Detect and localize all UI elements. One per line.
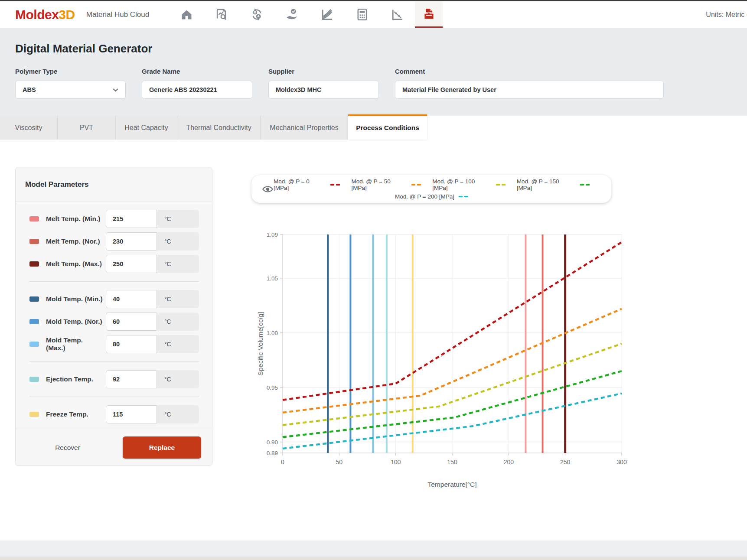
curves-chart-icon[interactable]: [310, 1, 345, 28]
parameter-label: Melt Temp. (Min.): [46, 215, 106, 223]
parameter-row: Mold Temp. (Max.)80°C: [29, 334, 199, 354]
color-swatch: [29, 377, 39, 382]
parameter-value-input[interactable]: 60: [106, 313, 157, 331]
polymer-type-field: Polymer TypeABS: [15, 68, 126, 99]
svg-text:1.00: 1.00: [267, 330, 278, 336]
material-info-form: Polymer TypeABSGrade NameGeneric ABS 202…: [15, 68, 680, 99]
group-divider: [29, 281, 199, 282]
calculator-icon[interactable]: [345, 1, 380, 28]
group-divider: [29, 397, 199, 397]
parameter-value-input[interactable]: 250: [106, 255, 157, 273]
parameter-input-group: 40°C: [106, 290, 199, 308]
parameter-label: Melt Temp. (Max.): [46, 260, 106, 268]
unit-convert-icon[interactable]: BA: [239, 1, 274, 28]
svg-text:Specific Volume[cc/g]: Specific Volume[cc/g]: [257, 312, 264, 375]
unit-label: °C: [157, 290, 199, 308]
parameter-row: Melt Temp. (Nor.)230°C: [29, 231, 199, 251]
card-footer: Recover Replace: [16, 429, 212, 466]
tab-process-conditions[interactable]: Process Conditions: [348, 114, 427, 140]
parameter-row: Mold Temp. (Nor.)60°C: [29, 312, 199, 332]
tab-viscosity[interactable]: Viscosity: [0, 116, 58, 140]
color-swatch: [29, 296, 39, 302]
parameter-input-group: 250°C: [106, 255, 199, 273]
legend-dash-marker: [459, 196, 468, 198]
unit-label: °C: [157, 405, 199, 423]
legend-item[interactable]: Mod. @ P = 200 [MPa]: [395, 193, 468, 200]
svg-text:1.09: 1.09: [267, 231, 278, 238]
comment-input[interactable]: Material File Generated by User: [395, 81, 664, 99]
svg-text:0: 0: [281, 459, 284, 466]
legend-item[interactable]: Mod. @ P = 150 [MPa]: [517, 178, 590, 191]
top-nav-bar: Moldex3D Material Hub Cloud BAMTR Units:…: [0, 0, 747, 28]
parameter-value-input[interactable]: 230: [106, 232, 157, 251]
parameter-value-input[interactable]: 40: [106, 290, 157, 308]
legend-row: Mod. @ P = 0 [MPa]Mod. @ P = 50 [MPa]Mod…: [274, 178, 590, 191]
logo-text-moldex: Moldex: [15, 7, 59, 22]
replace-button[interactable]: Replace: [123, 436, 201, 459]
legend-label: Mod. @ P = 50 [MPa]: [351, 178, 407, 191]
svg-text:100: 100: [391, 459, 401, 466]
color-swatch: [29, 412, 39, 417]
legend-dash-marker: [496, 184, 506, 186]
svg-text:A: A: [258, 14, 260, 18]
parameter-label: Mold Temp. (Max.): [46, 336, 106, 352]
svg-text:B: B: [254, 11, 256, 14]
parameter-label: Ejection Temp.: [46, 375, 106, 383]
legend-label: Mod. @ P = 150 [MPa]: [517, 178, 576, 191]
recover-button[interactable]: Recover: [42, 437, 94, 459]
grade-name-input[interactable]: Generic ABS 20230221: [142, 81, 252, 99]
parameter-value-input[interactable]: 92: [106, 370, 157, 388]
parameter-row: Freeze Temp.115°C: [29, 404, 199, 424]
supplier-input[interactable]: Moldex3D MHC: [268, 81, 379, 99]
color-swatch: [29, 239, 39, 244]
tab-heat-capacity[interactable]: Heat Capacity: [116, 116, 177, 140]
parameter-value-input[interactable]: 215: [106, 210, 157, 228]
comment-label: Comment: [395, 68, 664, 75]
tab-mechanical-properties[interactable]: Mechanical Properties: [261, 116, 348, 140]
legend-rows: Mod. @ P = 0 [MPa]Mod. @ P = 50 [MPa]Mod…: [274, 178, 590, 200]
mtr-file-icon[interactable]: MTR: [415, 1, 443, 28]
polymer-type-select[interactable]: ABS: [15, 81, 126, 99]
parameter-label: Freeze Temp.: [46, 410, 106, 418]
decline-chart-icon[interactable]: [380, 1, 415, 28]
hand-check-icon[interactable]: [274, 1, 310, 28]
parameter-row: Melt Temp. (Max.)250°C: [29, 254, 199, 274]
units-label[interactable]: Units: Metric (: [706, 11, 747, 19]
card-title: Model Parameters: [25, 180, 88, 189]
pvt-chart[interactable]: 1.091.051.000.950.900.890501001502002503…: [256, 206, 637, 501]
unit-label: °C: [157, 370, 199, 388]
group-divider: [29, 361, 199, 362]
svg-text:MTR: MTR: [426, 11, 432, 14]
svg-text:0.89: 0.89: [267, 450, 278, 456]
unit-label: °C: [157, 313, 199, 331]
moldex3d-logo: Moldex3D: [15, 7, 75, 22]
report-search-icon[interactable]: [204, 1, 239, 28]
grade-name-label: Grade Name: [142, 68, 252, 75]
legend-item[interactable]: Mod. @ P = 0 [MPa]: [274, 178, 340, 191]
svg-text:300: 300: [617, 459, 627, 466]
polymer-type-value: ABS: [23, 86, 36, 93]
home-icon[interactable]: [169, 1, 204, 28]
tab-thermal-conductivity[interactable]: Thermal Conductivity: [177, 116, 261, 140]
unit-label: °C: [157, 255, 199, 273]
unit-label: °C: [157, 232, 199, 251]
logo-text-3d: 3D: [59, 7, 75, 22]
parameter-value-input[interactable]: 115: [106, 405, 157, 423]
polymer-type-label: Polymer Type: [15, 68, 126, 75]
svg-text:1.05: 1.05: [267, 275, 278, 282]
footer-band: [0, 540, 747, 557]
svg-text:200: 200: [504, 459, 514, 466]
legend-label: Mod. @ P = 200 [MPa]: [395, 193, 454, 200]
legend-item[interactable]: Mod. @ P = 100 [MPa]: [432, 178, 505, 191]
legend-item[interactable]: Mod. @ P = 50 [MPa]: [351, 178, 421, 191]
parameter-input-group: 230°C: [106, 232, 199, 251]
supplier-field: SupplierMoldex3D MHC: [268, 68, 379, 99]
eye-toggle-icon[interactable]: [262, 183, 274, 195]
card-body: Melt Temp. (Min.)215°CMelt Temp. (Nor.)2…: [16, 202, 212, 424]
parameter-value-input[interactable]: 80: [106, 335, 157, 353]
unit-label: °C: [157, 210, 199, 228]
tab-pvt[interactable]: PVT: [58, 116, 116, 140]
chart-legend: Mod. @ P = 0 [MPa]Mod. @ P = 50 [MPa]Mod…: [251, 175, 611, 203]
svg-text:0.90: 0.90: [267, 439, 278, 446]
svg-text:250: 250: [560, 459, 571, 466]
